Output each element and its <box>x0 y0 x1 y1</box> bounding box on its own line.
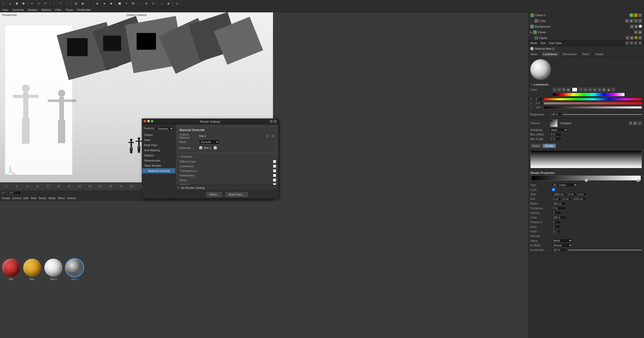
bottom-menu-create[interactable]: Create <box>2 197 10 200</box>
color-picker-5[interactable]: ⊡ <box>597 88 601 92</box>
color-picker-1[interactable]: □ <box>579 88 583 92</box>
toolbar-stop[interactable]: ■ <box>101 1 108 7</box>
shader-start-y[interactable] <box>567 192 576 196</box>
color-tool-2[interactable]: ◎ <box>557 88 561 92</box>
tab-assign[interactable]: Assign <box>592 52 606 57</box>
preserve-trans-check[interactable] <box>273 169 276 172</box>
toolbar-render[interactable]: ⬟ <box>20 1 27 7</box>
effect-button[interactable]: Effect... <box>206 192 222 197</box>
toolbar-edge[interactable]: ▦ <box>79 1 86 7</box>
obj-vis-4[interactable]: ● <box>634 30 638 34</box>
color-eyedropper[interactable]: ✎ <box>611 88 615 92</box>
shader-end-x[interactable] <box>552 197 561 201</box>
toolbar-select-live[interactable]: ◉ <box>165 1 171 7</box>
bottom-menu-view[interactable]: View <box>30 197 37 200</box>
v-bar[interactable] <box>544 106 642 109</box>
shader-gradient-bar[interactable] <box>531 175 641 181</box>
shader-end-y[interactable] <box>562 197 571 201</box>
toolbar-move[interactable]: ✛ <box>29 1 35 7</box>
color-swatch[interactable] <box>572 88 577 92</box>
bottom-menu-corona[interactable]: Corona <box>12 197 21 200</box>
shader-seed-val[interactable] <box>552 225 561 229</box>
color-picker-7[interactable]: ◪ <box>607 88 611 92</box>
preserve-bump-check[interactable] <box>273 179 276 182</box>
toolbar-save[interactable]: ⬢ <box>14 1 20 7</box>
mo-custmat-btn[interactable]: ⬡ <box>266 134 269 138</box>
shader-frequency-val[interactable] <box>552 220 561 224</box>
menu-panel[interactable]: Panel <box>64 8 75 12</box>
color-tool-1[interactable]: ⬡ <box>552 88 557 92</box>
v-value[interactable] <box>535 106 543 109</box>
prop-btn-close[interactable]: ✕ <box>638 41 642 45</box>
preserve-diffuse-check[interactable] <box>273 160 276 163</box>
shader-start-x[interactable] <box>552 192 566 196</box>
toolbar-cloner[interactable]: ⊡ <box>150 1 156 7</box>
obj-color-5[interactable] <box>634 36 638 39</box>
prop-edit[interactable]: Edit <box>541 41 546 45</box>
obj-vis-1[interactable]: ✓ <box>630 13 633 17</box>
shader-end-z[interactable] <box>572 197 586 201</box>
toolbar-camera[interactable]: 📷 <box>130 1 136 7</box>
menu-prorender[interactable]: ProRender <box>75 8 93 12</box>
prop-btn-fwd[interactable]: ▷ <box>634 41 638 45</box>
render-left-options[interactable]: Options <box>142 153 175 158</box>
color-picker-2[interactable]: ◈ <box>583 88 588 92</box>
obj-vis-2[interactable]: ● <box>625 19 629 23</box>
tex-tool-1[interactable]: ⊞ <box>629 121 633 125</box>
tex-tool-3[interactable]: ⬡ <box>638 121 642 125</box>
tab-basic-sub[interactable]: Basic <box>530 143 542 148</box>
bottom-menu-mode[interactable]: Mode <box>48 197 56 200</box>
toolbar-deform[interactable]: ⬦ <box>137 1 143 7</box>
shader-axstrength-val[interactable] <box>552 248 566 252</box>
toolbar-z-axis[interactable]: Z <box>64 1 70 7</box>
render-left-antialiasing[interactable]: Anti-Aliasing <box>142 148 175 153</box>
toolbar-cube-add[interactable]: 🔲 <box>117 1 123 7</box>
prop-btn-up[interactable]: △ <box>630 41 633 45</box>
tab-basic[interactable]: Basic <box>528 52 541 57</box>
toolbar-poly[interactable]: ▤ <box>73 1 79 7</box>
bottom-menu-select[interactable]: Select <box>39 197 47 200</box>
obj-extra-5[interactable]: ⬡ <box>638 36 642 40</box>
shader-octaves-val[interactable] <box>552 211 561 215</box>
render-left-output[interactable]: Output <box>142 132 175 137</box>
toolbar-play[interactable]: ▶ <box>95 1 101 7</box>
material-mat3[interactable]: Mat.3 <box>44 259 62 281</box>
renderer-select[interactable]: Standard <box>155 126 174 130</box>
obj-lock-3[interactable]: ■ <box>634 25 638 28</box>
tab-editor[interactable]: Editor <box>580 52 592 57</box>
obj-vis-3[interactable]: ● <box>630 25 634 28</box>
obj-vis-5[interactable]: ● <box>626 36 629 40</box>
material-mat2[interactable]: Mat. <box>23 259 41 281</box>
toolbar-light[interactable]: ☀ <box>123 1 129 7</box>
toolbar-select-rect[interactable]: ⬚ <box>159 1 165 7</box>
texture-preview[interactable] <box>550 119 558 127</box>
obj-x-1[interactable]: ✕ <box>638 13 642 17</box>
render-left-stereo[interactable]: Stereoscopic <box>142 158 175 163</box>
multipass-button[interactable]: Multi-Pass... <box>225 192 248 197</box>
color-picker-3[interactable]: ⊟ <box>588 88 592 92</box>
obj-row-cloner[interactable]: ▶ Cloner ● ■ <box>528 29 644 35</box>
toolbar-x-axis[interactable]: X <box>51 1 57 7</box>
toolbar-render-view[interactable]: ⊙ <box>174 1 180 7</box>
dialog-minimize[interactable] <box>147 120 150 122</box>
gradient-preview-big[interactable] <box>530 150 642 168</box>
preserve-refl-check[interactable] <box>273 174 276 177</box>
mo-custmat-btn2[interactable]: ✕ <box>271 134 274 138</box>
brightness-bar[interactable] <box>563 114 642 115</box>
render-left-matoverride[interactable]: ✓ Material Override <box>142 168 175 173</box>
menu-cameras[interactable]: Cameras <box>10 8 26 12</box>
menu-filter[interactable]: Filter <box>53 8 63 12</box>
h-bar[interactable] <box>544 98 642 100</box>
shader-start-z[interactable] <box>577 192 586 196</box>
color-tool-4[interactable]: ◧ <box>566 88 571 92</box>
toolbar-point[interactable]: ⬝ <box>86 1 92 7</box>
obj-lock-4[interactable]: ■ <box>638 30 642 34</box>
tab-shader-sub[interactable]: Shader <box>542 143 556 148</box>
frame-input[interactable] <box>9 191 21 195</box>
tab-luminance[interactable]: Luminance <box>541 52 560 57</box>
menu-view[interactable]: View <box>0 8 10 12</box>
mo-mode-select[interactable]: Exclude <box>199 140 220 144</box>
gradient-handle-right[interactable] <box>637 179 639 182</box>
obj-lock-5[interactable]: ■ <box>630 36 634 40</box>
shader-angle-val[interactable] <box>552 230 561 233</box>
